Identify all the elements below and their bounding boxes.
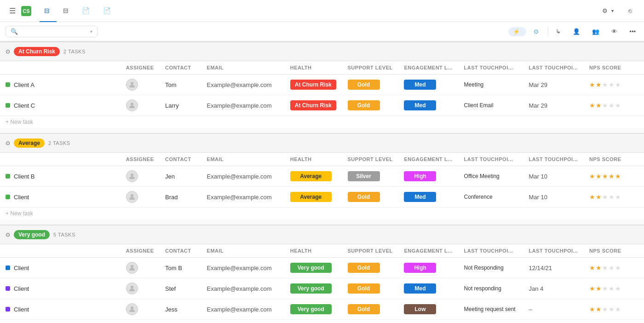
col-assignee: ASSIGNEE — [121, 61, 160, 75]
contact-cell: Tom — [160, 75, 201, 95]
col-support: SUPPORT LEVEL — [342, 61, 399, 75]
new-task-button-average[interactable]: + New task — [0, 208, 644, 219]
svg-point-5 — [131, 286, 133, 288]
star-1: ★ — [589, 193, 595, 201]
section-toggle-churn[interactable]: ⊙ — [6, 48, 10, 55]
search-box[interactable]: 🔍 ▾ — [6, 26, 98, 37]
avatar — [126, 99, 138, 111]
task-name: Client B — [6, 173, 115, 180]
tab-engagement[interactable]: ⊟ — [40, 0, 57, 22]
support-badge: Gold — [348, 304, 380, 314]
touchpoint2-cell: Mar 10 — [523, 166, 584, 187]
top-nav: ☰ CS ⊟ ⊟ 📄 📄 ⚙ ▾ ⎋ — [0, 0, 644, 22]
task-dot — [6, 307, 10, 311]
subtasks-button[interactable]: ↳ — [553, 27, 565, 36]
touchpoint1-cell: Not Responding — [459, 258, 523, 278]
touchpoint1-cell: Not responding — [459, 320, 523, 323]
filter-icon: ⚡ — [513, 29, 520, 35]
col-name — [0, 153, 121, 166]
share-icon: ⎋ — [628, 7, 632, 14]
star-5: ★ — [615, 306, 621, 313]
me-button[interactable]: 👤 — [570, 27, 585, 36]
task-name: Client C — [6, 102, 115, 109]
avatar — [126, 191, 138, 203]
more-options-button[interactable]: ••• — [627, 27, 638, 36]
contact-cell: Brad — [160, 187, 201, 208]
table-row[interactable]: Client A Tom Example@example.com At Chur… — [0, 75, 644, 95]
email-cell: Example@example.com — [201, 187, 285, 208]
task-name: Client — [6, 194, 115, 201]
group-icon: ⊙ — [534, 28, 539, 35]
assignees-button[interactable]: 👥 — [589, 27, 604, 36]
section-header-average: ⊙ Average 2 TASKS — [0, 133, 644, 153]
col-header-average: ASSIGNEE CONTACT EMAIL HEALTH SUPPORT LE… — [0, 153, 644, 166]
health-badge: At Churn Risk — [290, 100, 336, 110]
health-badge: Very good — [290, 283, 332, 294]
share-button[interactable]: ⎋ — [624, 5, 638, 17]
star-5: ★ — [615, 81, 621, 88]
task-dot — [6, 174, 10, 179]
section-task-count-average: 2 TASKS — [48, 140, 70, 146]
table-row[interactable]: New Client Tom A Example@example.com Ver… — [0, 320, 644, 323]
tab-feedback[interactable]: 📄 — [98, 0, 118, 22]
table-row[interactable]: Client C Larry Example@example.com At Ch… — [0, 95, 644, 116]
col-touchpoint2: LAST TOUCHPOI... — [523, 244, 584, 258]
col-name — [0, 61, 121, 75]
email-cell: Example@example.com — [201, 278, 285, 299]
new-task-button-churn[interactable]: + New task — [0, 116, 644, 128]
email-cell: Example@example.com — [201, 258, 285, 278]
email-cell: Example@example.com — [201, 75, 285, 95]
col-support: SUPPORT LEVEL — [342, 244, 399, 258]
show-button[interactable]: 👁 — [609, 27, 622, 36]
playbook-icon: 📄 — [82, 7, 90, 14]
table-row[interactable]: Client Tom B Example@example.com Very go… — [0, 258, 644, 278]
star-2: ★ — [596, 193, 602, 201]
col-contact: CONTACT — [160, 153, 201, 166]
table-row[interactable]: Client B Jen Example@example.com Average… — [0, 166, 644, 187]
contact-cell: Larry — [160, 95, 201, 116]
table-row[interactable]: Client Brad Example@example.com Average … — [0, 187, 644, 208]
tab-playbook[interactable]: 📄 — [77, 0, 97, 22]
group-by-button[interactable]: ⊙ — [531, 27, 543, 36]
star-3: ★ — [602, 306, 608, 313]
table-row[interactable]: Client Stef Example@example.com Very goo… — [0, 278, 644, 299]
task-name-text: Client A — [14, 81, 34, 88]
engagement-icon: ⊟ — [44, 7, 50, 14]
star-3: ★ — [602, 285, 608, 292]
section-toggle-verygood[interactable]: ⊙ — [6, 231, 10, 238]
task-dot — [6, 195, 10, 199]
task-name-text: Client B — [14, 173, 35, 180]
svg-point-4 — [131, 265, 133, 268]
renewal-icon: ⊟ — [63, 7, 69, 14]
touchpoint2-cell: 12/14/21 — [523, 258, 584, 278]
feedback-icon: 📄 — [103, 7, 111, 14]
star-2: ★ — [596, 102, 602, 109]
automate-button[interactable]: ⚙ ▾ — [598, 5, 618, 17]
col-email: EMAIL — [201, 153, 285, 166]
star-4: ★ — [609, 264, 615, 271]
avatar — [126, 262, 138, 274]
automate-chevron: ▾ — [611, 8, 614, 13]
nps-stars: ★★★★★ — [589, 193, 638, 201]
email-cell: Example@example.com — [201, 95, 285, 116]
col-nps: NPS SCORE — [584, 61, 644, 75]
tab-renewal[interactable]: ⊟ — [58, 0, 75, 22]
star-4: ★ — [609, 306, 615, 313]
contact-cell: Jen — [160, 166, 201, 187]
tab-add-view[interactable] — [120, 0, 129, 22]
star-4: ★ — [609, 102, 615, 109]
section-toggle-average[interactable]: ⊙ — [6, 140, 10, 146]
table-row[interactable]: Client Jess Example@example.com Very goo… — [0, 299, 644, 320]
section-task-count-churn: 2 TASKS — [63, 49, 86, 54]
hamburger-icon[interactable]: ☰ — [6, 5, 19, 17]
email-cell: Example@example.com — [201, 299, 285, 320]
star-2: ★ — [596, 306, 602, 313]
filter-button[interactable]: ⚡ — [508, 27, 526, 36]
nav-right: ⚙ ▾ ⎋ — [598, 5, 638, 17]
support-badge: Gold — [348, 100, 380, 110]
task-name: Client — [6, 265, 115, 271]
task-dot — [6, 286, 10, 291]
touchpoint2-cell: Jan 4 — [523, 278, 584, 299]
star-1: ★ — [589, 102, 595, 109]
automate-icon: ⚙ — [602, 7, 608, 14]
